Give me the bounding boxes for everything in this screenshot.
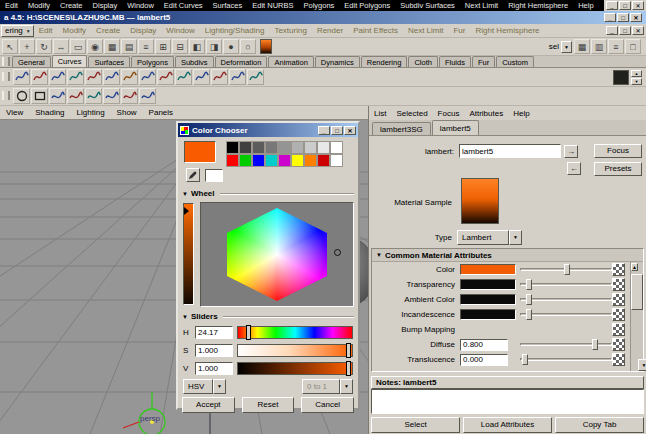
current-color-swatch[interactable]	[184, 141, 216, 163]
menu-item[interactable]: Edit	[34, 26, 58, 35]
curve-tool-icon[interactable]	[229, 69, 246, 85]
minimize-button[interactable]: _	[318, 126, 330, 135]
saturation-value-input[interactable]	[195, 344, 233, 357]
curve-tool-icon[interactable]	[13, 69, 30, 85]
toolbar-icon[interactable]: ↖	[2, 39, 18, 54]
palette-swatch[interactable]	[265, 154, 278, 167]
menu-item[interactable]: Panels	[143, 108, 179, 117]
dialog-title-bar[interactable]: Color Chooser _ □ ✕	[178, 123, 358, 137]
toolbar-icon[interactable]: ▦	[104, 39, 120, 54]
palette-swatch[interactable]	[239, 141, 252, 154]
saturation-slider[interactable]	[237, 344, 353, 357]
menu-item[interactable]: Lighting	[71, 108, 111, 117]
shelf-grip[interactable]	[2, 91, 10, 100]
ambient-color-slider[interactable]	[520, 294, 612, 305]
menu-item[interactable]: Paint Effects	[348, 26, 403, 35]
maximize-button[interactable]: □	[619, 26, 631, 35]
title-bar[interactable]: a 4.5: H:\SCENES\LAZHU9C.MB — lambert5 _…	[0, 11, 646, 24]
compare-color-swatch[interactable]	[205, 169, 223, 182]
map-texture-button[interactable]	[612, 353, 625, 366]
shelf-tab[interactable]: Dynamics	[315, 56, 360, 67]
value-bar-marker-icon[interactable]	[184, 207, 189, 215]
ambient-color-swatch[interactable]	[460, 294, 516, 305]
shelf-tab[interactable]: Rendering	[361, 56, 408, 67]
close-button[interactable]: ✕	[630, 13, 642, 22]
curve-tool-icon[interactable]	[121, 88, 138, 104]
color-slider[interactable]	[520, 264, 612, 275]
notes-textarea[interactable]	[371, 389, 644, 414]
shelf-tab[interactable]: Deformation	[215, 56, 268, 67]
palette-swatch[interactable]	[252, 154, 265, 167]
attribute-tab[interactable]: lambert3SG	[372, 122, 431, 135]
shelf-scroll-up-icon[interactable]: ▲	[631, 70, 642, 77]
curve-tool-icon[interactable]	[85, 88, 102, 104]
menu-item[interactable]: Edit Curves	[159, 1, 208, 10]
menu-item[interactable]: Selected	[391, 109, 432, 118]
eyedropper-icon[interactable]	[186, 168, 200, 182]
shelf-tab[interactable]: General	[12, 56, 51, 67]
menu-item[interactable]: List	[369, 109, 391, 118]
translucence-slider[interactable]	[520, 354, 612, 365]
toolbar-icon[interactable]: ▥	[591, 39, 607, 54]
palette-swatch[interactable]	[226, 141, 239, 154]
value-bar[interactable]	[183, 203, 194, 305]
menu-item[interactable]: Right Hemisphere	[470, 26, 544, 35]
minimize-button[interactable]: _	[606, 26, 618, 35]
shelf-tab[interactable]: Surfaces	[88, 56, 130, 67]
palette-swatch[interactable]	[226, 154, 239, 167]
menu-item[interactable]: Render	[312, 26, 348, 35]
menu-item[interactable]: Focus	[433, 109, 465, 118]
curve-tool-icon[interactable]	[85, 69, 102, 85]
palette-swatch[interactable]	[239, 154, 252, 167]
menu-item[interactable]: Edit Polygons	[339, 1, 395, 10]
reset-button[interactable]: Reset	[242, 397, 295, 413]
shelf-scroll-down-icon[interactable]: ▼	[631, 78, 642, 85]
menu-item[interactable]: Right Hemisphere	[503, 1, 573, 10]
curve-tool-icon[interactable]	[175, 69, 192, 85]
scrollbar-thumb[interactable]	[631, 274, 643, 310]
toolbar-icon[interactable]: ↔	[53, 39, 69, 54]
toolbar-icon[interactable]: ⊟	[172, 39, 188, 54]
value-slider[interactable]	[237, 362, 353, 375]
curve-tool-icon[interactable]	[193, 69, 210, 85]
palette-swatch[interactable]	[304, 141, 317, 154]
square-tool-icon[interactable]	[31, 88, 48, 104]
menu-item[interactable]: Polygons	[298, 1, 339, 10]
scroll-up-icon[interactable]: ▲	[631, 263, 638, 271]
palette-swatch[interactable]	[304, 154, 317, 167]
transparency-swatch[interactable]	[460, 279, 516, 290]
menu-item[interactable]: Window	[161, 26, 199, 35]
wheel-section-header[interactable]: ▼ Wheel	[178, 187, 358, 200]
close-button[interactable]: ✕	[632, 1, 644, 10]
minimize-button[interactable]: _	[604, 13, 616, 22]
material-type-dropdown[interactable]: Lambert ▼	[457, 230, 522, 245]
color-swatch[interactable]	[460, 264, 516, 275]
color-mode-dropdown[interactable]: HSV ▼	[183, 379, 226, 394]
focus-button[interactable]: Focus	[594, 144, 642, 158]
curve-tool-icon[interactable]	[139, 69, 156, 85]
shelf-tab[interactable]: Curves	[52, 55, 88, 67]
menu-item[interactable]: Next Limit	[460, 1, 503, 10]
map-texture-button[interactable]	[612, 308, 625, 321]
maximize-button[interactable]: □	[619, 1, 631, 10]
toolbar-icon[interactable]: ◨	[206, 39, 222, 54]
section-header[interactable]: ▼ Common Material Attributes	[372, 249, 643, 262]
map-texture-button[interactable]	[612, 338, 625, 351]
palette-swatch[interactable]	[278, 141, 291, 154]
palette-swatch[interactable]	[317, 154, 330, 167]
palette-swatch[interactable]	[291, 141, 304, 154]
incandescence-swatch[interactable]	[460, 309, 516, 320]
toolbar-icon[interactable]: ↻	[36, 39, 52, 54]
curve-tool-icon[interactable]	[139, 88, 156, 104]
menu-item[interactable]: Texturing	[269, 26, 311, 35]
toolbar-icon[interactable]: ◉	[87, 39, 103, 54]
range-dropdown[interactable]: 0 to 1 ▼	[302, 379, 353, 394]
attribute-tab[interactable]: lambert5	[432, 120, 479, 135]
action-button[interactable]: Load Attributes	[463, 417, 552, 433]
toolbar-icon[interactable]: □	[625, 39, 641, 54]
shelf-tab[interactable]: Cloth	[408, 56, 438, 67]
translucence-value-input[interactable]	[460, 354, 508, 366]
toolbar-icon[interactable]: ●	[223, 39, 239, 54]
cancel-button[interactable]: Cancel	[301, 397, 354, 413]
action-button[interactable]: Select	[371, 417, 460, 433]
